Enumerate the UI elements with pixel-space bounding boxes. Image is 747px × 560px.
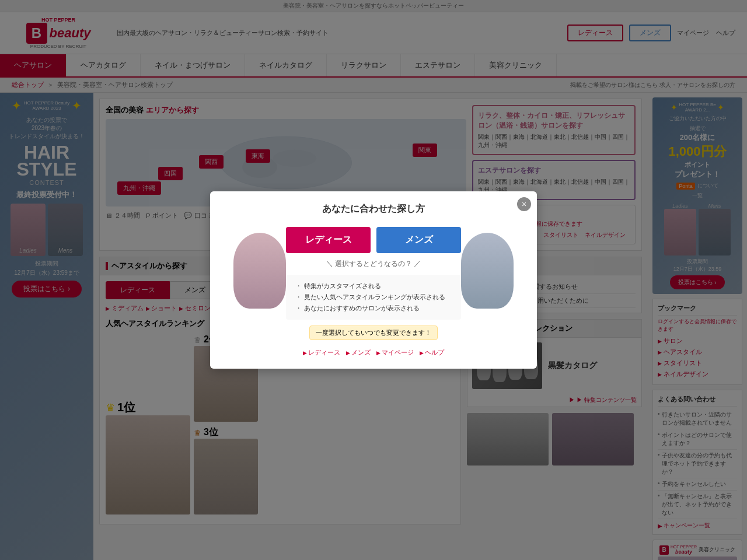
modal-overlay[interactable]: × あなたに合わせた探し方 レディース メンズ ＼ 選択するとどうなるの？ ／ … bbox=[0, 0, 747, 560]
modal-body: レディース メンズ ＼ 選択するとどうなるの？ ／ 特集がカスタマイズされる 見… bbox=[210, 221, 537, 369]
modal-left-photo bbox=[233, 233, 286, 309]
modal-once-text: 一度選択してもいつでも変更できます！ bbox=[309, 326, 438, 340]
modal-help[interactable]: ヘルプ bbox=[420, 348, 444, 357]
modal-sub-ladies[interactable]: レディース bbox=[303, 348, 340, 357]
modal-ladies-button[interactable]: レディース bbox=[286, 227, 371, 253]
modal-dialog: × あなたに合わせた探し方 レディース メンズ ＼ 選択するとどうなるの？ ／ … bbox=[210, 191, 537, 369]
modal-gender-buttons: レディース メンズ bbox=[286, 227, 461, 253]
modal-sublinks: レディース メンズ マイページ ヘルプ bbox=[303, 348, 444, 357]
modal-center: レディース メンズ ＼ 選択するとどうなるの？ ／ 特集がカスタマイズされる 見… bbox=[286, 227, 461, 357]
modal-right-photo bbox=[461, 233, 514, 309]
benefit-1: 特集がカスタマイズされる bbox=[295, 281, 452, 292]
modal-subtitle: ＼ 選択するとどうなるの？ ／ bbox=[326, 259, 421, 269]
benefit-2: 見たい人気ヘアスタイルランキングが表示される bbox=[295, 292, 452, 303]
modal-benefits: 特集がカスタマイズされる 見たい人気ヘアスタイルランキングが表示される あなたに… bbox=[286, 275, 461, 320]
modal-header: あなたに合わせた探し方 bbox=[210, 191, 537, 221]
benefit-3: あなたにおすすめのサロンが表示される bbox=[295, 303, 452, 314]
modal-close-button[interactable]: × bbox=[517, 197, 531, 211]
modal-mypage[interactable]: マイページ bbox=[376, 348, 414, 357]
modal-mens-button[interactable]: メンズ bbox=[376, 227, 461, 253]
modal-sub-mens[interactable]: メンズ bbox=[346, 348, 371, 357]
